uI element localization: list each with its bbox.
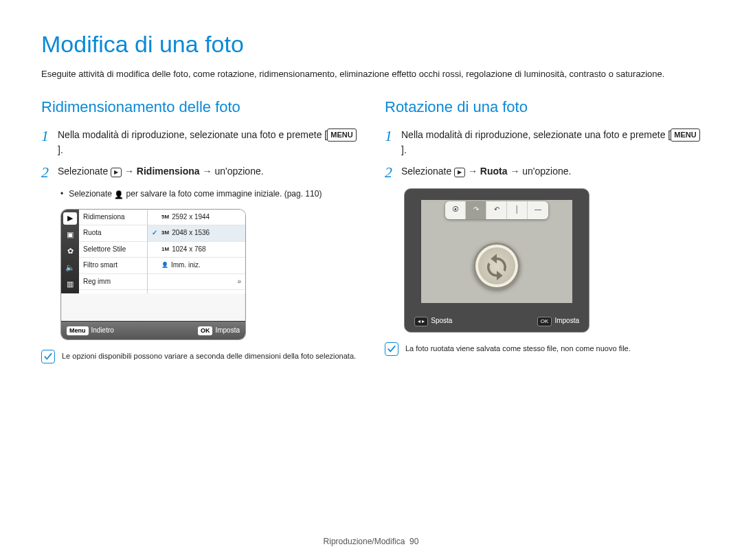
settings-tab-icon: ✿ xyxy=(64,245,76,258)
screenshot-footer: MenuIndietro OKImposta xyxy=(61,321,245,340)
resize-step-1: 1 Nella modalità di riproduzione, selezi… xyxy=(41,128,357,157)
note-icon xyxy=(385,342,398,356)
screenshot-tab-strip: ▶ ▣ ✿ 🔈 ▥ xyxy=(61,210,79,293)
resize-bullet-b: per salvare la foto come immagine inizia… xyxy=(124,189,322,199)
footer-section: Riproduzione/Modifica xyxy=(324,537,405,546)
resize-step2-b: → xyxy=(122,166,137,177)
rotate-tool-reset-icon: ⦿ xyxy=(445,201,466,219)
footer-imposta-label: Imposta xyxy=(554,317,579,324)
rotate-step2-a: Selezionate xyxy=(401,166,454,177)
rotate-step2-bold: Ruota xyxy=(480,166,508,177)
screenshot-option-list: 5M2592 x 1944 ✓3M2048 x 1536 1M1024 x 76… xyxy=(148,210,245,293)
rotate-tool-ccw-icon: ↶ xyxy=(486,201,507,219)
footer-back-label: Indietro xyxy=(91,326,114,334)
size-option: 1M1024 x 768 xyxy=(148,242,245,258)
footer-ok-label: Imposta xyxy=(215,326,240,334)
menu-button-icon: MENU xyxy=(327,128,356,142)
rotate-step-1: 1 Nella modalità di riproduzione, selezi… xyxy=(385,128,701,157)
rotate-note-text: La foto ruotata viene salvata come stess… xyxy=(405,342,701,354)
note-icon xyxy=(41,350,55,363)
resize-section: Ridimensionamento delle foto 1 Nella mod… xyxy=(41,96,357,363)
menu-item-ruota: Ruota xyxy=(79,225,147,242)
display-tab-icon: ▣ xyxy=(64,229,76,241)
step-number: 1 xyxy=(41,128,58,157)
size-option: 5M2592 x 1944 xyxy=(148,210,245,226)
rotate-toolbar: ⦿ ↷ ↶ │ — xyxy=(445,201,548,219)
step-number: 2 xyxy=(41,164,58,181)
step-number: 1 xyxy=(385,128,401,157)
menu-item-selettore-stile: Selettore Stile xyxy=(79,242,147,258)
size-option-selected: ✓3M2048 x 1536 xyxy=(148,225,245,242)
resize-step2-a: Selezionate xyxy=(58,166,111,177)
more-indicator-icon: » xyxy=(148,274,245,291)
footer-ok-key: OK xyxy=(537,317,552,326)
play-mode-icon xyxy=(111,168,122,177)
playback-tab-icon: ▶ xyxy=(63,212,77,225)
size-option: 👤Imm. iniz. xyxy=(148,258,245,274)
screenshot-menu-list: Ridimensiona Ruota Selettore Stile Filtr… xyxy=(79,210,148,293)
menu-item-reg-imm: Reg imm xyxy=(79,274,147,291)
resize-step1-text-b: ]. xyxy=(58,144,63,155)
footer-ok-key: OK xyxy=(198,326,213,335)
footer-page-number: 90 xyxy=(409,537,418,546)
page-footer: Riproduzione/Modifica 90 xyxy=(0,536,742,548)
step-number: 2 xyxy=(385,164,401,181)
resize-bullet-a: Selezionate xyxy=(69,189,114,199)
resize-note: Le opzioni disponibili possono variare a… xyxy=(41,350,357,363)
resize-step1-text-a: Nella modalità di riproduzione, selezion… xyxy=(58,129,327,140)
rotate-screenshot: ⦿ ↷ ↶ │ — ◂ ▸Sposta OKImposta xyxy=(404,188,589,333)
rotate-tool-fliph-icon: │ xyxy=(507,201,528,219)
intro-text: Eseguite attività di modifica delle foto… xyxy=(41,68,701,81)
play-mode-icon xyxy=(454,168,465,177)
rotate-section: Rotazione di una foto 1 Nella modalità d… xyxy=(385,96,701,363)
resize-step-2: 2 Selezionate → Ridimensiona → un'opzion… xyxy=(41,164,357,181)
footer-menu-key: Menu xyxy=(67,326,89,335)
sound-tab-icon: 🔈 xyxy=(64,262,76,274)
rotate-tool-cw-icon: ↷ xyxy=(466,201,486,219)
rotate-heading: Rotazione di una foto xyxy=(385,96,701,118)
resize-bullet: Selezionate per salvare la foto come imm… xyxy=(60,188,357,201)
footer-sposta-label: Sposta xyxy=(431,317,452,324)
rotate-cw-arrow-icon xyxy=(482,251,511,280)
screen-tab-icon: ▥ xyxy=(64,278,76,291)
rotate-step-2: 2 Selezionate → Ruota → un'opzione. xyxy=(385,164,701,181)
rotate-center-button xyxy=(473,243,520,289)
resize-heading: Ridimensionamento delle foto xyxy=(41,96,357,118)
rotate-note: La foto ruotata viene salvata come stess… xyxy=(385,342,701,356)
resize-step2-c: → un'opzione. xyxy=(200,166,264,177)
resize-note-text: Le opzioni disponibili possono variare a… xyxy=(62,350,357,361)
rotate-step2-c: → un'opzione. xyxy=(508,166,572,177)
rotate-step1-text-b: ]. xyxy=(401,144,407,155)
rotate-tool-flipv-icon: — xyxy=(528,201,548,219)
resize-step2-bold: Ridimensiona xyxy=(137,166,200,177)
start-image-icon xyxy=(114,189,124,199)
menu-button-icon: MENU xyxy=(671,128,699,142)
resize-menu-screenshot: ▶ ▣ ✿ 🔈 ▥ Ridimensiona Ruota Selettore S… xyxy=(60,209,246,341)
rotate-step1-text-a: Nella modalità di riproduzione, selezion… xyxy=(401,129,671,140)
menu-item-ridimensiona: Ridimensiona xyxy=(79,210,147,226)
rotate-screenshot-footer: ◂ ▸Sposta OKImposta xyxy=(414,316,579,326)
menu-item-filtro-smart: Filtro smart xyxy=(79,258,147,274)
footer-nav-key: ◂ ▸ xyxy=(414,317,428,326)
page-title: Modifica di una foto xyxy=(41,27,701,61)
rotate-step2-b: → xyxy=(465,166,480,177)
